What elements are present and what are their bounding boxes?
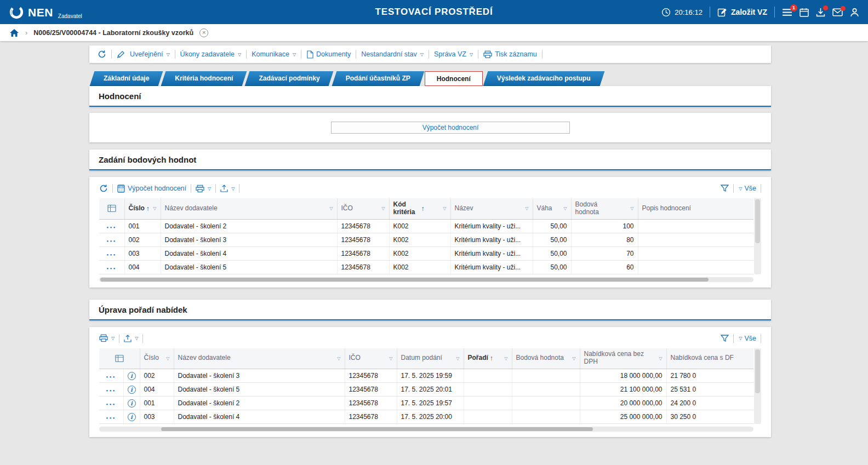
filter-icon[interactable]: ▽ [153, 206, 156, 211]
filter-icon[interactable]: ▽ [572, 356, 575, 361]
tab-vysledek-postupu[interactable]: Výsledek zadávacího postupu [486, 71, 602, 86]
tab-zadavaci-podminky[interactable]: Zadávací podmínky [247, 71, 331, 86]
filter-vse[interactable]: ▽ Vše [738, 335, 756, 342]
downloads-button[interactable] [816, 8, 825, 17]
filter-icon[interactable]: ▽ [381, 206, 385, 211]
col-poradi[interactable]: Pořadí↑▽ [464, 348, 512, 369]
col-cislo[interactable]: Číslo↑▽ [124, 198, 161, 219]
info-icon[interactable]: i [128, 399, 136, 407]
filter-icon[interactable]: ▽ [166, 356, 169, 361]
tab-podani-ucastniku[interactable]: Podání účastníků ZP [334, 71, 422, 86]
edit-mode-button[interactable] [117, 50, 125, 59]
vypocet-hodnoceni-button[interactable]: Výpočet hodnocení [331, 122, 570, 134]
scrollbar-thumb[interactable] [161, 427, 593, 431]
filter-icon[interactable]: ▽ [337, 356, 340, 361]
col-cena-s-dph[interactable]: Nabídková cena s DF [666, 348, 753, 369]
info-icon[interactable]: i [128, 386, 136, 394]
menu-button[interactable]: 1 [782, 8, 792, 16]
filter-button[interactable] [721, 335, 729, 342]
cell-poradi[interactable] [464, 410, 512, 424]
row-actions-icon[interactable]: ●●● [106, 389, 116, 392]
filter-vse[interactable]: ▽ Vše [738, 185, 756, 192]
separator [119, 334, 119, 343]
col-nazev[interactable]: Název▽ [450, 198, 533, 219]
vertical-scrollbar[interactable] [754, 198, 761, 274]
scrollbar-thumb[interactable] [100, 278, 709, 282]
vertical-scrollbar[interactable] [754, 348, 761, 424]
breadcrumb-item[interactable]: N006/25/V00004744 - Laboratorní zkoušky … [33, 29, 193, 37]
col-vaha[interactable]: Váha▽ [533, 198, 571, 219]
col-datum-podani[interactable]: Datum podání▽ [397, 348, 464, 369]
column-chooser-icon[interactable] [103, 204, 121, 213]
row-actions-icon[interactable]: ●●● [107, 253, 117, 256]
col-bodova-hodnota[interactable]: Bodová hodnota▽ [512, 348, 580, 369]
filter-icon[interactable]: ▽ [525, 206, 528, 211]
horizontal-scrollbar[interactable] [99, 277, 753, 282]
messages-button[interactable] [832, 8, 843, 16]
profile-button[interactable] [850, 8, 859, 17]
col-nazev-dodavatele[interactable]: Název dodavatele▽ [161, 198, 337, 219]
menu-tisk-zaznamu[interactable]: Tisk záznamu [483, 50, 537, 59]
column-chooser-icon[interactable] [103, 354, 136, 363]
menu-uverejneni[interactable]: Uveřejnění ▽ [130, 50, 170, 58]
menu-dokumenty[interactable]: Dokumenty [306, 50, 351, 59]
print-button[interactable]: ▽ [196, 185, 211, 193]
breadcrumb-close-button[interactable]: × [199, 28, 208, 37]
filter-icon[interactable]: ▽ [563, 206, 567, 211]
create-vz-button[interactable]: Založit VZ [717, 7, 767, 17]
row-actions-icon[interactable]: ●●● [106, 375, 116, 378]
cell-bodova-hodnota[interactable]: 70 [571, 246, 638, 260]
cell-poradi[interactable] [464, 397, 512, 410]
refresh-button[interactable] [99, 184, 108, 193]
info-icon[interactable]: i [128, 413, 136, 421]
col-kod-kriteria[interactable]: Kód kritéria↑▽ [389, 198, 450, 219]
col-popis-hodnoceni[interactable]: Popis hodnocení [638, 198, 753, 219]
col-cena-bez-dph[interactable]: Nabídková cena bez DPH▽ [580, 348, 666, 369]
filter-icon[interactable]: ▽ [456, 356, 459, 361]
cell-bodova-hodnota[interactable]: 60 [571, 260, 638, 274]
info-icon[interactable]: i [128, 372, 136, 380]
scrollbar-thumb[interactable] [755, 199, 760, 243]
col-ico[interactable]: IČO▽ [345, 348, 397, 369]
chevron-down-icon: ▽ [111, 336, 115, 341]
col-nazev-dodavatele[interactable]: Název dodavatele▽ [174, 348, 345, 369]
cell-poradi[interactable] [464, 383, 512, 397]
filter-icon[interactable]: ▽ [659, 356, 662, 361]
filter-icon[interactable]: ▽ [443, 206, 446, 211]
vypocet-hodnoceni-link[interactable]: Výpočet hodnocení [117, 185, 186, 193]
menu-komunikace[interactable]: Komunikace ▽ [252, 50, 296, 58]
separator [246, 50, 247, 59]
menu-nestandardni-stav[interactable]: Nestandardní stav ▽ [361, 50, 424, 58]
col-ico[interactable]: IČO▽ [337, 198, 389, 219]
row-actions-icon[interactable]: ●●● [106, 416, 116, 420]
refresh-button[interactable] [98, 50, 106, 59]
menu-ukony-zadavatele[interactable]: Úkony zadavatele ▽ [180, 50, 242, 58]
filter-button[interactable] [721, 185, 729, 192]
col-cislo[interactable]: Číslo▽ [140, 348, 174, 369]
row-actions-icon[interactable]: ●●● [106, 403, 116, 406]
filter-icon[interactable]: ▽ [630, 206, 633, 211]
scrollbar-thumb[interactable] [755, 349, 760, 393]
brand[interactable]: NEN Zadavatel [9, 4, 82, 20]
cell-bodova-hodnota[interactable]: 100 [571, 219, 638, 233]
export-button[interactable]: ▽ [124, 335, 138, 342]
row-actions-icon[interactable]: ●●● [107, 226, 117, 229]
col-bodova-hodnota[interactable]: Bodová hodnota▽ [571, 198, 638, 219]
horizontal-scrollbar[interactable] [99, 427, 753, 432]
calendar-button[interactable] [800, 8, 809, 17]
row-actions-icon[interactable]: ●●● [107, 267, 117, 270]
tab-kriteria-hodnoceni[interactable]: Kritéria hodnocení [163, 71, 244, 86]
tab-hodnoceni[interactable]: Hodnocení [425, 71, 483, 86]
tab-zakladni-udaje[interactable]: Základní údaje [92, 71, 161, 86]
home-button[interactable] [9, 28, 19, 37]
col-label: Název [455, 205, 473, 213]
filter-icon[interactable]: ▽ [504, 356, 507, 361]
cell-bodova-hodnota[interactable]: 80 [571, 233, 638, 246]
export-button[interactable]: ▽ [220, 185, 235, 192]
row-actions-icon[interactable]: ●●● [107, 239, 117, 243]
filter-icon[interactable]: ▽ [389, 356, 392, 361]
print-button[interactable]: ▽ [99, 334, 115, 342]
filter-icon[interactable]: ▽ [329, 206, 333, 211]
cell-poradi[interactable] [464, 369, 512, 383]
menu-sprava-vz[interactable]: Správa VZ ▽ [434, 50, 473, 58]
